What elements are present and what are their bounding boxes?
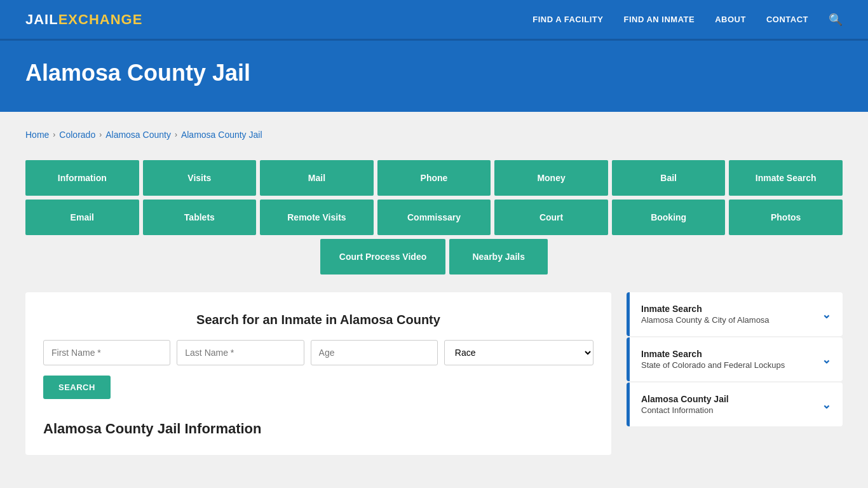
sidebar-card-text-3: Alamosa County Jail Contact Information: [641, 394, 729, 415]
logo[interactable]: JAILEXCHANGE: [25, 11, 142, 28]
sidebar-card-text-2: Inmate Search State of Colorado and Fede…: [641, 349, 785, 370]
breadcrumb: Home › Colorado › Alamosa County › Alamo…: [25, 125, 843, 145]
category-buttons-row3: Court Process Video Nearby Jails: [25, 239, 843, 274]
btn-remote-visits[interactable]: Remote Visits: [260, 200, 374, 235]
btn-phone[interactable]: Phone: [377, 160, 491, 196]
info-section-title: Alamosa County Jail Information: [43, 414, 593, 437]
btn-tablets[interactable]: Tablets: [143, 200, 257, 235]
btn-email[interactable]: Email: [25, 200, 139, 235]
btn-inmate-search[interactable]: Inmate Search: [729, 160, 843, 196]
sidebar-card-title-1: Inmate Search: [641, 304, 770, 314]
logo-exchange-text: EXCHANGE: [58, 11, 143, 28]
btn-booking[interactable]: Booking: [612, 200, 726, 235]
nav-contact[interactable]: CONTACT: [766, 15, 808, 24]
search-button[interactable]: SEARCH: [43, 376, 111, 399]
breadcrumb-colorado[interactable]: Colorado: [59, 130, 95, 140]
first-name-input[interactable]: [43, 340, 170, 365]
chevron-down-icon-3: ⌄: [822, 398, 831, 412]
category-buttons-row1: Information Visits Mail Phone Money Bail…: [25, 160, 843, 196]
sidebar: Inmate Search Alamosa County & City of A…: [627, 292, 843, 455]
breadcrumb-home[interactable]: Home: [25, 130, 49, 140]
main-nav: FIND A FACILITY FIND AN INMATE ABOUT CON…: [532, 13, 843, 27]
btn-court[interactable]: Court: [494, 200, 608, 235]
inmate-search-card: Search for an Inmate in Alamosa County R…: [25, 292, 611, 455]
bottom-section: Search for an Inmate in Alamosa County R…: [25, 292, 843, 455]
hero-section: Alamosa County Jail: [0, 41, 868, 112]
breadcrumb-sep-3: ›: [175, 130, 177, 139]
btn-money[interactable]: Money: [494, 160, 608, 196]
btn-nearby-jails[interactable]: Nearby Jails: [449, 239, 548, 274]
btn-mail[interactable]: Mail: [260, 160, 374, 196]
sidebar-inmate-search-state[interactable]: Inmate Search State of Colorado and Fede…: [627, 337, 843, 381]
sidebar-card-subtitle-3: Contact Information: [641, 405, 729, 415]
logo-jail-text: JAIL: [25, 11, 58, 28]
main-content: Home › Colorado › Alamosa County › Alamo…: [0, 112, 868, 480]
race-select[interactable]: Race White Black Hispanic Asian Native A…: [444, 340, 593, 365]
btn-commissary[interactable]: Commissary: [377, 200, 491, 235]
btn-photos[interactable]: Photos: [729, 200, 843, 235]
breadcrumb-alamosa-county[interactable]: Alamosa County: [105, 130, 171, 140]
sidebar-card-text-1: Inmate Search Alamosa County & City of A…: [641, 304, 770, 325]
nav-find-inmate[interactable]: FIND AN INMATE: [623, 15, 695, 24]
sidebar-contact-info[interactable]: Alamosa County Jail Contact Information …: [627, 383, 843, 426]
nav-about[interactable]: ABOUT: [715, 15, 746, 24]
category-buttons-row2: Email Tablets Remote Visits Commissary C…: [25, 200, 843, 235]
site-header: JAILEXCHANGE FIND A FACILITY FIND AN INM…: [0, 0, 868, 41]
search-form-title: Search for an Inmate in Alamosa County: [43, 313, 593, 327]
sidebar-card-subtitle-2: State of Colorado and Federal Lockups: [641, 360, 785, 370]
age-input[interactable]: [311, 340, 438, 365]
breadcrumb-sep-2: ›: [99, 130, 102, 139]
btn-information[interactable]: Information: [25, 160, 139, 196]
nav-find-facility[interactable]: FIND A FACILITY: [532, 15, 603, 24]
sidebar-card-title-3: Alamosa County Jail: [641, 394, 729, 404]
chevron-down-icon-1: ⌄: [822, 308, 831, 322]
btn-bail[interactable]: Bail: [612, 160, 726, 196]
btn-court-process-video[interactable]: Court Process Video: [320, 239, 445, 274]
sidebar-card-subtitle-1: Alamosa County & City of Alamosa: [641, 315, 770, 325]
chevron-down-icon-2: ⌄: [822, 353, 831, 367]
sidebar-card-title-2: Inmate Search: [641, 349, 785, 359]
btn-visits[interactable]: Visits: [143, 160, 257, 196]
breadcrumb-sep-1: ›: [53, 130, 55, 139]
page-title: Alamosa County Jail: [25, 60, 843, 86]
search-icon[interactable]: 🔍: [829, 13, 843, 27]
breadcrumb-current: Alamosa County Jail: [181, 130, 262, 140]
search-inputs: Race White Black Hispanic Asian Native A…: [43, 340, 593, 365]
last-name-input[interactable]: [177, 340, 304, 365]
sidebar-inmate-search-local[interactable]: Inmate Search Alamosa County & City of A…: [627, 292, 843, 336]
